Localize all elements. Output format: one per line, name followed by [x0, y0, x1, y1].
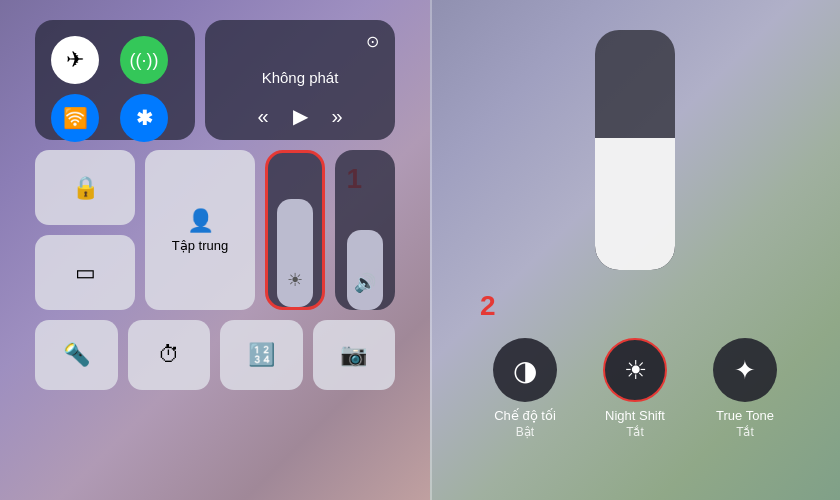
top-row: ✈ ((·)) 🛜 ✱ ⊙ Không phát « — [35, 20, 395, 140]
next-button[interactable]: » — [332, 105, 343, 128]
screen-lock-button[interactable]: 🔒 — [35, 150, 135, 225]
middle-row: 🔒 ▭ 👤 Tập trung ☀ 1 🔊 — [35, 150, 395, 310]
timer-button[interactable]: ⏱ — [128, 320, 211, 390]
divider — [430, 0, 432, 500]
sliders-area: ☀ 1 🔊 — [265, 150, 395, 310]
flashlight-button[interactable]: 🔦 — [35, 320, 118, 390]
dark-mode-icon: ◑ — [513, 354, 537, 387]
brightness-expanded-slider[interactable] — [595, 30, 675, 270]
control-center: ✈ ((·)) 🛜 ✱ ⊙ Không phát « — [35, 20, 395, 480]
dark-mode-circle: ◑ — [493, 338, 557, 402]
media-title: Không phát — [221, 69, 379, 86]
bottom-row: 🔦 ⏱ 🔢 📷 — [35, 320, 395, 390]
right-panel: 2 ◑ Chế độ tối Bật ☀ Night Shift Tắt ✦ T… — [430, 0, 840, 500]
true-tone-circle: ✦ — [713, 338, 777, 402]
cellular-button[interactable]: ((·)) — [120, 36, 168, 84]
brightness-fill — [595, 138, 675, 270]
wifi-button[interactable]: 🛜 — [51, 94, 99, 142]
true-tone-icon: ✦ — [734, 355, 756, 386]
step2-label: 2 — [480, 290, 496, 322]
play-button[interactable]: ▶ — [293, 104, 308, 128]
true-tone-item[interactable]: ✦ True Tone Tắt — [700, 338, 790, 439]
bluetooth-button[interactable]: ✱ — [120, 94, 168, 142]
focus-button[interactable]: 👤 Tập trung — [145, 150, 255, 310]
calculator-icon: 🔢 — [248, 342, 275, 368]
dark-mode-label: Chế độ tối — [494, 408, 556, 423]
night-shift-item[interactable]: ☀ Night Shift Tắt — [590, 338, 680, 439]
focus-label: Tập trung — [172, 238, 228, 253]
mirror-icon: ▭ — [75, 260, 96, 286]
flashlight-icon: 🔦 — [63, 342, 90, 368]
true-tone-label: True Tone — [716, 408, 774, 423]
media-top: ⊙ — [221, 32, 379, 51]
timer-icon: ⏱ — [158, 342, 180, 368]
prev-button[interactable]: « — [257, 105, 268, 128]
camera-button[interactable]: 📷 — [313, 320, 396, 390]
airplane-button[interactable]: ✈ — [51, 36, 99, 84]
connectivity-box: ✈ ((·)) 🛜 ✱ — [35, 20, 195, 140]
brightness-slider[interactable]: ☀ 1 — [265, 150, 325, 310]
media-box: ⊙ Không phát « ▶ » — [205, 20, 395, 140]
volume-slider[interactable]: 🔊 — [335, 150, 395, 310]
calculator-button[interactable]: 🔢 — [220, 320, 303, 390]
bluetooth-icon: ✱ — [136, 106, 153, 130]
cellular-icon: ((·)) — [130, 50, 159, 71]
brightness-icon: ☀ — [287, 269, 303, 291]
night-shift-circle: ☀ — [603, 338, 667, 402]
airplay-icon[interactable]: ⊙ — [366, 32, 379, 51]
focus-icon: 👤 — [187, 208, 214, 234]
dark-mode-item[interactable]: ◑ Chế độ tối Bật — [480, 338, 570, 439]
true-tone-sublabel: Tắt — [736, 425, 754, 439]
media-controls: « ▶ » — [221, 104, 379, 128]
volume-icon: 🔊 — [354, 272, 376, 294]
screen-mirror-button[interactable]: ▭ — [35, 235, 135, 310]
camera-icon: 📷 — [340, 342, 367, 368]
airplane-icon: ✈ — [66, 47, 84, 73]
night-shift-sublabel: Tắt — [626, 425, 644, 439]
lock-rotation-icon: 🔒 — [72, 175, 99, 201]
night-shift-label: Night Shift — [605, 408, 665, 423]
left-panel: ✈ ((·)) 🛜 ✱ ⊙ Không phát « — [0, 0, 430, 500]
wifi-icon: 🛜 — [63, 106, 88, 130]
small-buttons: 🔒 ▭ — [35, 150, 135, 310]
night-shift-icon: ☀ — [624, 355, 647, 386]
dark-mode-sublabel: Bật — [516, 425, 534, 439]
bottom-icons-row: ◑ Chế độ tối Bật ☀ Night Shift Tắt ✦ Tru… — [480, 338, 790, 439]
